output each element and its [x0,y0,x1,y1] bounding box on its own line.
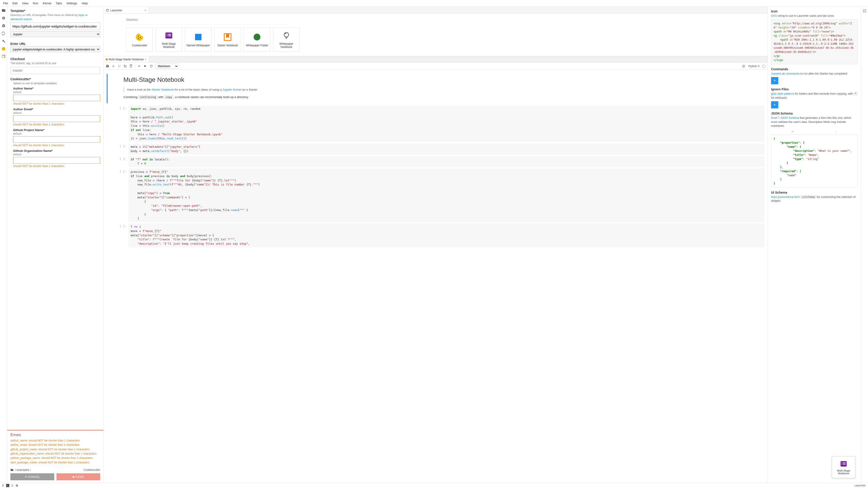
schema-link[interactable]: Draft 7 JSON Schema [771,116,799,120]
status-count[interactable]: 2 [11,484,13,487]
glob-link[interactable]: glob-style patterns [771,92,794,95]
kernel-status-icon[interactable] [762,65,765,68]
redo-icon[interactable]: ✓ [835,130,837,134]
code-cell[interactable]: [ ]: if "T" not in locals(): T = 0 [107,156,765,167]
cut-icon[interactable] [118,64,121,68]
svg-point-39 [865,9,866,10]
svg-point-31 [742,66,743,67]
voila-icon[interactable] [742,64,746,68]
enter-url-select[interactable]: jupyter-widgets/widget-ts-cookiecutter: … [10,46,100,52]
cell-prompt: [ ]: [116,223,128,248]
extensions-icon[interactable] [1,31,6,36]
topic-link[interactable]: topic [79,13,84,17]
menu-kernel[interactable]: Kernel [40,0,54,6]
menu-run[interactable]: Run [31,0,40,6]
svg-point-38 [863,9,864,10]
github-project-input[interactable] [13,136,100,143]
checkout-input[interactable] [10,67,100,74]
author-name-input[interactable] [13,95,100,101]
markdown-cell[interactable]: Multi-Stage Notebook Have a look at the … [107,74,765,103]
bookmark-icon [223,32,232,42]
card-label: Named Whitepaper [186,44,210,47]
commands-link[interactable]: JupyterLab commands [771,72,800,75]
code-cell[interactable]: [ ]: previous = f"move_{T}" if live and … [107,168,765,222]
code-body[interactable]: previous = f"move_{T}" if live and previ… [128,168,765,222]
card-multistage[interactable]: Multi-Stage Notebook [156,28,182,52]
floating-starter-card[interactable]: Multi-Stage Notebook [832,456,855,478]
rp-schema-desc: Draft 7 JSON Schema that generates a for… [771,116,858,128]
square-icon [193,32,203,42]
menu-file[interactable]: File [1,0,10,6]
code-body[interactable]: if "T" not in locals(): T = 0 [128,156,765,167]
code-body[interactable]: import os, json, pathlib, sys, re, rando… [128,105,765,142]
fixme-button[interactable]: ■ FIXME [57,473,100,480]
undo-icon[interactable]: ↶ [792,130,794,134]
add-ignore-button[interactable]: + [771,101,778,108]
paste-icon[interactable] [129,64,133,68]
status-terminals[interactable]: 0 [2,484,4,487]
author-email-input[interactable] [13,116,100,122]
checkout-title: Checkout [10,57,100,61]
json-schema-block[interactable]: { "properties": { "name": { "description… [771,135,858,188]
breadcrumb-path[interactable]: / examples / [15,468,31,471]
commands-icon[interactable] [1,24,6,28]
code-body[interactable]: T += 1 move = f"move_{T}" meta["starter"… [128,223,765,248]
menu-edit[interactable]: Edit [10,0,20,6]
github-org-input[interactable] [13,157,100,164]
card-cookiecutter[interactable]: Cookiecutter [126,28,153,52]
bulb-icon [281,31,291,40]
rp-ignore-title: Ignore Files [771,88,858,91]
starter-notebook-link[interactable]: Starter Notebook [151,88,174,91]
menu-view[interactable]: View [20,0,31,6]
card-starter-notebook[interactable]: Starter Notebook [214,28,241,52]
folder-icon[interactable] [10,468,13,471]
svg-point-40 [863,11,864,12]
tab-launcher[interactable]: Launcher × [103,7,149,13]
template-select[interactable]: Jupyter [10,31,100,37]
advanced-search-link[interactable]: advanced search [10,18,32,21]
error-item: author_email: should NOT be shorter than… [10,443,100,447]
code-body[interactable]: meta = it["metadata"]["jupyter_starters"… [128,143,765,155]
code-cell[interactable]: [ ]: meta = it["metadata"]["jupyter_star… [107,143,765,155]
menu-settings[interactable]: Settings [64,0,79,6]
running-icon[interactable] [1,16,6,20]
add-command-button[interactable]: + [771,77,778,84]
status-context[interactable]: Launcher [855,484,866,487]
inspector-icon[interactable] [862,8,867,13]
close-icon[interactable]: × [145,58,147,61]
restart-icon[interactable] [149,64,153,68]
add-icon[interactable] [112,64,115,68]
template-url-input[interactable] [10,23,100,30]
copy-icon[interactable] [123,64,127,68]
tab-notebook[interactable]: Multi-Stage Starter Notebook × [103,56,149,62]
settings-icon[interactable] [15,484,18,487]
run-icon[interactable] [138,65,141,68]
right-icon-rail [861,7,868,483]
terminal-icon[interactable]: >_ [6,484,9,487]
cancel-button[interactable]: ✕ CANCEL [10,473,54,480]
celltype-select[interactable]: Markdown [155,64,178,69]
wrench-icon[interactable] [1,39,6,43]
svg-point-30 [744,65,745,66]
code-cell[interactable]: [ ]: T += 1 move = f"move_{T}" meta["sta… [107,223,765,248]
card-whitepaper-notebook[interactable]: Whitepaper Notebook [273,28,300,52]
menu-help[interactable]: Help [79,0,90,6]
card-named-whitepaper[interactable]: Named Whitepaper [185,28,212,52]
left-icon-rail [0,7,7,483]
svg-codeblock[interactable]: <svg xmlns="http://www.w3.org/2000/svg" … [771,20,858,64]
folder-icon[interactable] [1,8,6,13]
jupyter-kernel-link[interactable]: Jupyter Kernel [222,88,241,91]
code-cell[interactable]: [ ]: import os, json, pathlib, sys, re, … [107,105,765,142]
ui-link[interactable]: react-jsonschema-form [771,195,800,199]
card-whitepaper-folder[interactable]: Whitepaper Folder [244,28,270,52]
menu-tabs[interactable]: Tabs [54,0,64,6]
stop-icon[interactable] [144,65,147,68]
card-label: Cookiecutter [132,44,147,47]
kernel-name[interactable]: Python 3 [748,65,760,68]
svg-link[interactable]: SVG [771,14,777,18]
close-icon[interactable]: × [145,8,146,12]
tabs-icon[interactable] [1,54,6,59]
cookie-icon[interactable] [1,46,6,51]
notebook-body[interactable]: Multi-Stage Notebook Have a look at the … [103,70,768,483]
save-icon[interactable] [106,64,110,68]
